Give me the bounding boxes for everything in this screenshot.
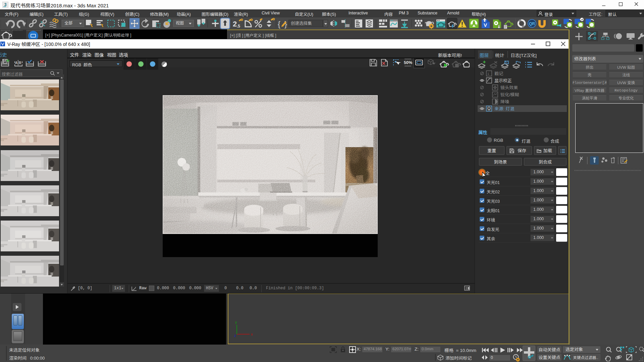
svg-text:x: x bbox=[251, 332, 253, 336]
svg-text:B: B bbox=[19, 61, 21, 65]
svg-text:锐化/模糊: 锐化/模糊 bbox=[500, 92, 519, 97]
svg-text:3: 3 bbox=[4, 2, 7, 7]
svg-text:显示校正: 显示校正 bbox=[494, 78, 512, 83]
svg-text:2: 2 bbox=[233, 20, 237, 28]
svg-text:z: z bbox=[234, 334, 236, 338]
svg-text:V: V bbox=[484, 22, 487, 28]
svg-text:降噪: 降噪 bbox=[500, 99, 509, 104]
svg-text:戳记: 戳记 bbox=[494, 71, 503, 76]
svg-text:镜头效果: 镜头效果 bbox=[500, 85, 518, 90]
svg-text:i: i bbox=[487, 72, 489, 76]
svg-text:来源: 灯混: 来源: 灯混 bbox=[494, 106, 514, 111]
svg-text:.5: .5 bbox=[237, 24, 240, 28]
svg-text:y: y bbox=[235, 320, 237, 324]
svg-text:{: { bbox=[278, 19, 280, 28]
svg-text:50%: 50% bbox=[404, 60, 412, 65]
svg-text:A: A bbox=[15, 61, 17, 65]
svg-text:QR: QR bbox=[529, 21, 535, 26]
